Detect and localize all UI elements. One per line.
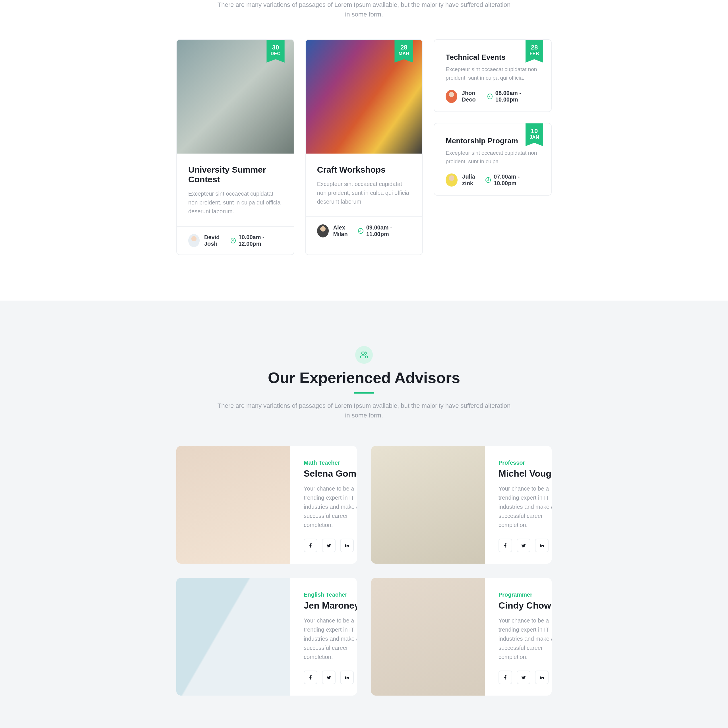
advisor-role: English Teacher (304, 592, 357, 598)
twitter-icon (326, 675, 331, 680)
date-ribbon: 28 MAR (395, 40, 413, 63)
event-card-compact[interactable]: 10 JAN Mentorship Program Excepteur sint… (434, 123, 552, 196)
date-month: DEC (271, 51, 280, 56)
advisor-grid: Math Teacher Selena Gomez Your chance to… (176, 446, 552, 696)
event-desc: Excepteur sint occaecat cupidatat non pr… (317, 180, 411, 206)
event-desc: Excepteur sint occaecat cupidatat non pr… (446, 149, 540, 165)
avatar (188, 234, 200, 247)
advisor-role: Programmer (499, 592, 552, 598)
twitter-button[interactable] (517, 671, 530, 684)
event-author[interactable]: Jhon Deco (446, 90, 487, 103)
event-desc: Excepteur sint occaecat cupidatat non pr… (188, 190, 282, 216)
advisor-image (176, 446, 290, 564)
section-title: Our Experienced Advisors (176, 369, 552, 387)
time-text: 10.00am - 12.00pm (239, 234, 282, 247)
advisor-desc: Your chance to be a trending expert in I… (304, 616, 357, 661)
event-image: 30 DEC (177, 40, 294, 154)
author-name: Jhon Deco (462, 90, 488, 103)
advisor-desc: Your chance to be a trending expert in I… (304, 484, 357, 529)
advisor-card[interactable]: Math Teacher Selena Gomez Your chance to… (176, 446, 357, 564)
social-links: Be (304, 538, 357, 552)
author-name: Julia zink (462, 173, 485, 187)
linkedin-button[interactable] (535, 671, 549, 684)
event-card[interactable]: 30 DEC University Summer Contest Excepte… (176, 39, 294, 255)
event-author[interactable]: Devid Josh (188, 234, 231, 247)
advisor-desc: Your chance to be a trending expert in I… (499, 616, 552, 661)
avatar (446, 90, 457, 103)
time-text: 07.00am - 10.00pm (494, 173, 540, 187)
advisor-card[interactable]: Programmer Cindy Chow Your chance to be … (371, 578, 552, 696)
twitter-icon (326, 543, 331, 548)
event-author[interactable]: Alex Milan (317, 224, 358, 237)
clock-icon (488, 93, 492, 99)
advisor-name: Michel Vouge (499, 468, 552, 479)
date-month: FEB (529, 51, 539, 56)
facebook-icon (503, 543, 508, 548)
advisor-name: Cindy Chow (499, 600, 552, 611)
advisor-image (371, 446, 485, 564)
linkedin-icon (539, 675, 544, 680)
date-day: 10 (529, 127, 539, 135)
users-icon (360, 351, 368, 359)
event-card-compact[interactable]: 28 FEB Technical Events Excepteur sint o… (434, 39, 552, 112)
social-links: Be (304, 671, 357, 684)
facebook-button[interactable] (304, 671, 317, 684)
event-title: Craft Workshops (317, 165, 411, 174)
facebook-icon (308, 675, 313, 680)
date-month: JAN (529, 135, 539, 140)
events-intro: There are many variations of passages of… (216, 0, 512, 19)
time-text: 08.00am - 10.00pm (496, 90, 540, 103)
event-desc: Excepteur sint occaecat cupidatat non pr… (446, 65, 540, 82)
linkedin-icon (344, 543, 350, 548)
event-image: 28 MAR (306, 40, 422, 154)
author-name: Alex Milan (333, 224, 358, 237)
linkedin-icon (539, 543, 544, 548)
date-ribbon: 30 DEC (266, 40, 284, 63)
twitter-icon (521, 675, 526, 680)
event-author[interactable]: Julia zink (446, 173, 485, 187)
event-time: 10.00am - 12.00pm (231, 234, 282, 247)
linkedin-button[interactable] (535, 538, 549, 552)
advisor-card[interactable]: English Teacher Jen Maroney Your chance … (176, 578, 357, 696)
advisors-section: Our Experienced Advisors There are many … (0, 301, 728, 728)
date-day: 28 (529, 44, 539, 51)
section-icon (355, 346, 373, 364)
event-time: 08.00am - 10.00pm (488, 90, 540, 103)
time-text: 09.00am - 11.00pm (366, 224, 411, 237)
event-time: 09.00am - 11.00pm (358, 224, 411, 237)
facebook-button[interactable] (304, 538, 317, 552)
event-card[interactable]: 28 MAR Craft Workshops Excepteur sint oc… (305, 39, 423, 255)
advisor-card[interactable]: Professor Michel Vouge Your chance to be… (371, 446, 552, 564)
twitter-button[interactable] (517, 538, 530, 552)
advisor-image (176, 578, 290, 696)
events-section: There are many variations of passages of… (0, 0, 728, 301)
advisor-role: Professor (499, 460, 552, 466)
avatar (317, 224, 329, 237)
twitter-button[interactable] (322, 538, 336, 552)
advisor-desc: Your chance to be a trending expert in I… (499, 484, 552, 529)
linkedin-button[interactable] (340, 538, 354, 552)
clock-icon (485, 177, 491, 183)
facebook-icon (503, 675, 508, 680)
facebook-button[interactable] (499, 671, 512, 684)
event-time: 07.00am - 10.00pm (485, 173, 540, 187)
facebook-icon (308, 543, 313, 548)
clock-icon (231, 238, 236, 243)
date-ribbon: 28 FEB (526, 40, 543, 63)
avatar (446, 173, 457, 187)
twitter-icon (521, 543, 526, 548)
clock-icon (358, 228, 363, 234)
advisor-name: Jen Maroney (304, 600, 357, 611)
social-links: Be (499, 538, 552, 552)
date-day: 28 (398, 44, 409, 51)
facebook-button[interactable] (499, 538, 512, 552)
events-grid: 30 DEC University Summer Contest Excepte… (176, 39, 552, 255)
svg-point-0 (362, 352, 364, 355)
section-divider (354, 392, 374, 393)
linkedin-button[interactable] (340, 671, 354, 684)
advisor-name: Selena Gomez (304, 468, 357, 479)
event-title: University Summer Contest (188, 165, 282, 184)
section-intro: There are many variations of passages of… (216, 401, 512, 420)
twitter-button[interactable] (322, 671, 336, 684)
linkedin-icon (344, 675, 350, 680)
